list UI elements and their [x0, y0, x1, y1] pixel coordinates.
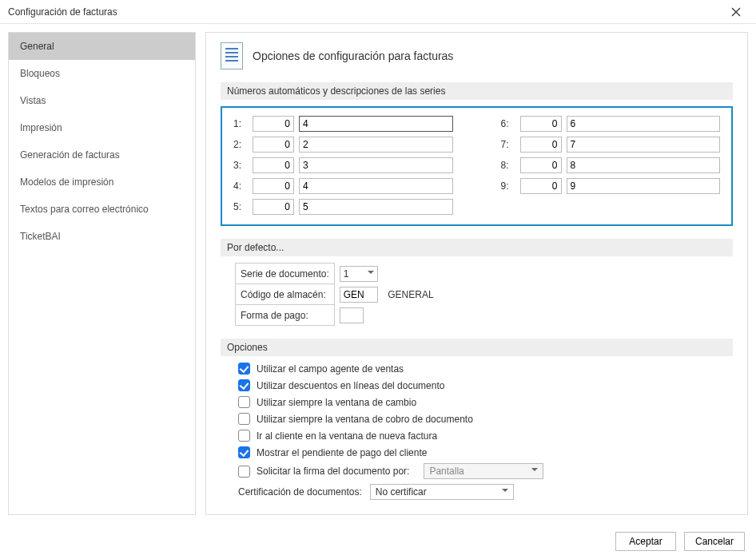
chevron-down-icon: [368, 268, 374, 280]
series-number-input[interactable]: [253, 116, 294, 132]
series-number-input[interactable]: [253, 137, 294, 153]
series-number-input[interactable]: [253, 178, 294, 194]
pago-input[interactable]: [340, 307, 364, 323]
options-block: Utilizar el campo agente de ventasUtiliz…: [221, 363, 733, 500]
option-label: Utilizar el campo agente de ventas: [257, 363, 404, 375]
sidebar-item[interactable]: Generación de facturas: [9, 141, 195, 168]
option-label: Utilizar siempre la ventana de cambio: [257, 397, 416, 408]
series-desc-input[interactable]: [299, 137, 453, 153]
section-defaults-header: Por defecto...: [221, 239, 733, 256]
checkbox[interactable]: [238, 379, 250, 391]
cert-label: Certificación de documentos:: [238, 486, 362, 498]
series-desc-input[interactable]: [567, 178, 721, 194]
serie-label: Serie de documento:: [236, 264, 335, 284]
firma-select-value: Pantalla: [429, 466, 464, 477]
pago-label: Forma de pago:: [236, 305, 335, 326]
series-index-label: 9:: [501, 180, 515, 192]
option-label: Utilizar siempre la ventana de cobro de …: [257, 414, 473, 425]
checkbox[interactable]: [238, 446, 250, 458]
series-desc-input[interactable]: [567, 157, 721, 173]
cert-select-value: No certificar: [376, 486, 427, 498]
series-number-input[interactable]: [253, 199, 294, 215]
sidebar-item[interactable]: Bloqueos: [9, 60, 195, 87]
series-desc-input[interactable]: [299, 178, 453, 194]
series-desc-input[interactable]: [567, 116, 721, 132]
checkbox[interactable]: [238, 430, 250, 442]
dialog-footer: Aceptar Cancelar: [0, 523, 756, 559]
checkbox[interactable]: [238, 396, 250, 408]
series-desc-input[interactable]: [299, 199, 453, 215]
series-row: 8:: [501, 157, 721, 173]
series-index-label: 4:: [233, 180, 248, 192]
option-row: Utilizar el campo agente de ventas: [238, 363, 733, 375]
series-row: 1:: [233, 116, 453, 132]
series-row: 4:: [233, 178, 453, 194]
series-row: 7:: [501, 137, 721, 153]
defaults-block: Serie de documento: 1 Código de almacén:…: [221, 263, 733, 326]
series-row: 5:: [233, 199, 453, 215]
sidebar-item[interactable]: Impresión: [9, 114, 195, 141]
sidebar: GeneralBloqueosVistasImpresiónGeneración…: [8, 32, 196, 515]
series-desc-input[interactable]: [299, 157, 453, 173]
chevron-down-icon: [502, 486, 508, 498]
series-number-input[interactable]: [520, 137, 562, 153]
serie-select[interactable]: 1: [340, 266, 378, 282]
series-number-input[interactable]: [520, 157, 562, 173]
certification-row: Certificación de documentos:No certifica…: [238, 484, 733, 500]
option-label: Ir al cliente en la ventana de nueva fac…: [257, 430, 437, 442]
cert-select[interactable]: No certificar: [370, 484, 514, 500]
almacen-label: Código de almacén:: [236, 284, 335, 305]
series-row: 9:: [501, 178, 721, 194]
series-index-label: 7:: [501, 139, 515, 150]
chevron-down-icon: [531, 466, 538, 477]
series-desc-input[interactable]: [299, 116, 453, 132]
option-row: Solicitar la firma del documento por:Pan…: [238, 463, 733, 479]
firma-select[interactable]: Pantalla: [424, 463, 543, 479]
checkbox[interactable]: [238, 363, 250, 375]
option-row: Utilizar descuentos en líneas del docume…: [238, 379, 733, 391]
sidebar-item[interactable]: Vistas: [9, 87, 195, 114]
series-index-label: 2:: [233, 139, 248, 150]
option-label: Solicitar la firma del documento por:: [257, 466, 409, 477]
series-number-input[interactable]: [253, 157, 294, 173]
almacen-name: GENERAL: [383, 284, 438, 305]
sidebar-item[interactable]: General: [9, 33, 195, 60]
cancel-button[interactable]: Cancelar: [684, 532, 745, 551]
series-row: 2:: [233, 137, 453, 153]
checkbox[interactable]: [238, 466, 250, 478]
section-options-header: Opciones: [221, 339, 733, 356]
series-desc-input[interactable]: [567, 137, 721, 153]
window-title: Configuración de facturas: [8, 6, 117, 18]
option-row: Utilizar siempre la ventana de cobro de …: [238, 413, 733, 425]
series-number-input[interactable]: [520, 116, 562, 132]
option-row: Ir al cliente en la ventana de nueva fac…: [238, 430, 733, 442]
series-index-label: 5:: [233, 201, 248, 212]
series-index-label: 6:: [501, 118, 515, 129]
checkbox[interactable]: [238, 413, 250, 425]
series-index-label: 8:: [501, 160, 515, 171]
sidebar-item[interactable]: Modelos de impresión: [9, 168, 195, 196]
accept-button[interactable]: Aceptar: [615, 532, 676, 551]
series-row: 3:: [233, 157, 453, 173]
serie-value: 1: [344, 268, 349, 280]
option-label: Utilizar descuentos en líneas del docume…: [257, 380, 444, 391]
close-icon: [731, 7, 741, 17]
option-row: Mostrar el pendiente de pago del cliente: [238, 446, 733, 458]
content-panel: Opciones de configuración para facturas …: [205, 32, 748, 515]
close-button[interactable]: [724, 0, 748, 24]
option-label: Mostrar el pendiente de pago del cliente: [257, 447, 427, 458]
series-index-label: 1:: [233, 118, 248, 129]
sidebar-item[interactable]: Textos para correo electrónico: [9, 196, 195, 223]
series-box: 1:6:2:7:3:8:4:9:5:: [221, 106, 733, 226]
series-number-input[interactable]: [520, 178, 562, 194]
sidebar-item[interactable]: TicketBAI: [9, 223, 195, 250]
series-index-label: 3:: [233, 160, 248, 171]
almacen-code-input[interactable]: [340, 287, 378, 303]
content-title: Opciones de configuración para facturas: [253, 50, 453, 62]
section-series-header: Números automáticos y descripciones de l…: [221, 82, 733, 100]
series-row: 6:: [501, 116, 721, 132]
document-icon: [221, 42, 243, 69]
option-row: Utilizar siempre la ventana de cambio: [238, 396, 733, 408]
